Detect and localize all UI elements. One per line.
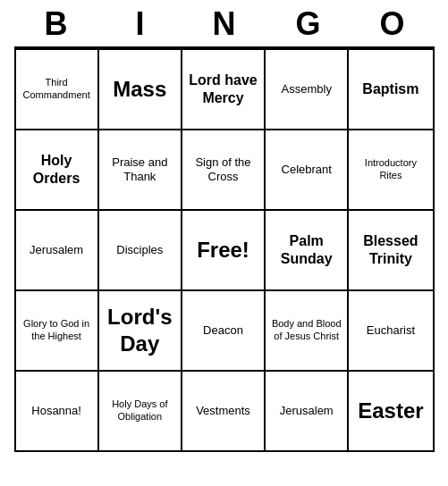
bingo-cell-1-0: Holy Orders xyxy=(16,130,99,209)
bingo-header: BINGO xyxy=(14,0,435,46)
bingo-row-0: Third CommandmentMassLord have MercyAsse… xyxy=(16,48,433,129)
bingo-cell-4-2: Vestments xyxy=(182,372,266,450)
bingo-row-3: Glory to God in the HighestLord's DayDea… xyxy=(16,289,433,370)
bingo-cell-0-1: Mass xyxy=(99,50,182,129)
bingo-letter-b: B xyxy=(21,5,92,43)
bingo-cell-3-1: Lord's Day xyxy=(99,291,182,370)
bingo-cell-3-0: Glory to God in the Highest xyxy=(16,291,99,370)
bingo-cell-3-2: Deacon xyxy=(182,291,266,370)
bingo-letter-i: I xyxy=(105,5,176,43)
bingo-cell-3-4: Eucharist xyxy=(349,291,432,370)
bingo-letter-o: O xyxy=(357,5,428,43)
bingo-letter-n: N xyxy=(189,5,260,43)
bingo-cell-0-3: Assembly xyxy=(266,50,349,129)
bingo-grid: Third CommandmentMassLord have MercyAsse… xyxy=(14,46,435,452)
bingo-cell-0-4: Baptism xyxy=(349,50,432,129)
bingo-cell-1-3: Celebrant xyxy=(266,130,349,209)
bingo-cell-3-3: Body and Blood of Jesus Christ xyxy=(266,291,349,370)
bingo-cell-2-2: Free! xyxy=(182,211,266,289)
bingo-letter-g: G xyxy=(273,5,344,43)
bingo-row-1: Holy OrdersPraise and ThankSign of the C… xyxy=(16,129,433,209)
bingo-cell-2-3: Palm Sunday xyxy=(266,211,349,289)
bingo-cell-4-3: Jerusalem xyxy=(266,372,349,450)
bingo-cell-1-4: Introductory Rites xyxy=(349,130,432,209)
bingo-cell-0-2: Lord have Mercy xyxy=(182,50,266,129)
bingo-cell-2-1: Disciples xyxy=(99,211,182,289)
bingo-cell-4-1: Holy Days of Obligation xyxy=(99,372,182,450)
bingo-cell-1-2: Sign of the Cross xyxy=(182,130,266,209)
bingo-cell-0-0: Third Commandment xyxy=(16,50,99,129)
bingo-cell-4-0: Hosanna! xyxy=(16,372,99,450)
bingo-cell-2-0: Jerusalem xyxy=(16,211,99,289)
bingo-cell-1-1: Praise and Thank xyxy=(99,130,182,209)
bingo-cell-2-4: Blessed Trinity xyxy=(349,211,432,289)
bingo-row-4: Hosanna!Holy Days of ObligationVestments… xyxy=(16,370,433,450)
bingo-row-2: JerusalemDisciplesFree!Palm SundayBlesse… xyxy=(16,209,433,289)
bingo-cell-4-4: Easter xyxy=(349,372,432,450)
